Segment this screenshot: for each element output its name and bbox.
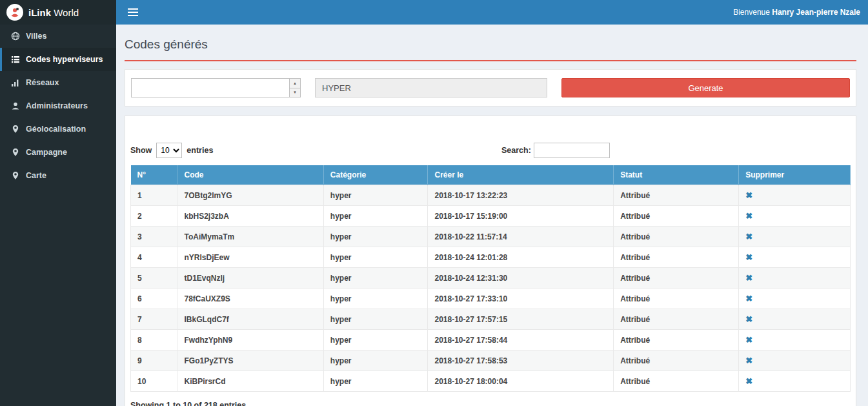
navbar: Bienvenue Hanry Jean-pierre Nzale (116, 0, 868, 25)
table-panel: Show 10 entries Search: N° Code Catég (125, 116, 856, 406)
sidebar-item-label: Géolocalisation (26, 125, 86, 134)
sidebar-item-label: Administrateurs (26, 101, 88, 110)
row-number: 5 (131, 268, 177, 289)
quantity-input[interactable] (132, 79, 289, 97)
main-content: Codes générés ▲ ▼ Generate Show 10 entri… (116, 25, 868, 406)
welcome-message: Bienvenue Hanry Jean-pierre Nzale (733, 8, 860, 17)
delete-cell: ✖ (739, 185, 851, 206)
sidebar-item-label: Réseaux (26, 78, 59, 87)
delete-icon[interactable]: ✖ (745, 211, 752, 221)
status-cell: Attribué (614, 247, 739, 268)
page-length-select[interactable]: 10 (156, 143, 182, 158)
sidebar-item-geolocalisation[interactable]: Géolocalisation (0, 117, 116, 141)
delete-icon[interactable]: ✖ (745, 376, 752, 386)
topbar: iLink World Bienvenue Hanry Jean-pierre … (0, 0, 868, 25)
table-row: 17OBtg2lmYGhyper2018-10-17 13:22:23Attri… (131, 185, 851, 206)
delete-cell: ✖ (739, 227, 851, 247)
generate-panel: ▲ ▼ Generate (125, 69, 856, 107)
category-cell: hyper (323, 289, 428, 309)
table-row: 7IBkGLqdC7fhyper2018-10-27 17:57:15Attri… (131, 309, 851, 330)
column-header-statut[interactable]: Statut (614, 165, 739, 185)
created-cell: 2018-10-17 15:19:00 (428, 206, 614, 227)
code-cell: kbHS2j3zbA (177, 206, 323, 227)
created-cell: 2018-10-22 11:57:14 (428, 227, 614, 247)
list-icon (11, 55, 20, 64)
signal-icon (11, 78, 20, 87)
sidebar: Villes Codes hyperviseurs Réseaux Admini… (0, 25, 116, 406)
brand-light: World (54, 7, 79, 18)
delete-cell: ✖ (739, 350, 851, 371)
map-marker-icon (11, 171, 20, 180)
title-divider (125, 60, 856, 61)
status-cell: Attribué (614, 309, 739, 330)
status-cell: Attribué (614, 289, 739, 309)
category-cell: hyper (323, 247, 428, 268)
generate-button[interactable]: Generate (561, 78, 850, 97)
column-header-supprimer[interactable]: Supprimer (739, 165, 851, 185)
row-number: 6 (131, 289, 177, 309)
delete-cell: ✖ (739, 289, 851, 309)
delete-cell: ✖ (739, 268, 851, 289)
code-cell: FGo1PyZTYS (177, 350, 323, 371)
delete-icon[interactable]: ✖ (745, 273, 752, 283)
sidebar-item-carte[interactable]: Carte (0, 164, 116, 187)
search-control: Search: (501, 143, 610, 158)
code-cell: IBkGLqdC7f (177, 309, 323, 330)
show-label: Show (130, 146, 152, 155)
delete-icon[interactable]: ✖ (745, 314, 752, 324)
row-number: 1 (131, 185, 177, 206)
row-number: 4 (131, 247, 177, 268)
delete-cell: ✖ (739, 206, 851, 227)
created-cell: 2018-10-24 12:31:30 (428, 268, 614, 289)
created-cell: 2018-10-27 17:33:10 (428, 289, 614, 309)
delete-icon[interactable]: ✖ (745, 335, 752, 345)
column-header-code[interactable]: Code (177, 165, 323, 185)
category-cell: hyper (323, 371, 428, 392)
delete-cell: ✖ (739, 371, 851, 392)
column-header-categorie[interactable]: Catégorie (323, 165, 428, 185)
category-field (315, 78, 547, 97)
page-length-control: Show 10 entries (130, 143, 213, 158)
row-number: 7 (131, 309, 177, 330)
datatable-controls: Show 10 entries Search: (130, 142, 851, 159)
status-cell: Attribué (614, 227, 739, 247)
column-header-num[interactable]: N° (131, 165, 177, 185)
category-cell: hyper (323, 268, 428, 289)
table-body: 17OBtg2lmYGhyper2018-10-17 13:22:23Attri… (131, 185, 851, 392)
row-number: 9 (131, 350, 177, 371)
entries-label: entries (187, 146, 213, 155)
sidebar-item-campagne[interactable]: Campagne (0, 141, 116, 164)
created-cell: 2018-10-27 17:57:15 (428, 309, 614, 330)
status-cell: Attribué (614, 268, 739, 289)
table-row: 10KiBPirsrCdhyper2018-10-27 18:00:04Attr… (131, 371, 851, 392)
stepper-down-icon[interactable]: ▼ (290, 88, 300, 97)
category-cell: hyper (323, 309, 428, 330)
table-row: 678fCaUXZ9Shyper2018-10-27 17:33:10Attri… (131, 289, 851, 309)
code-cell: tD1EvqNzlj (177, 268, 323, 289)
quantity-stepper[interactable]: ▲ ▼ (131, 78, 301, 97)
sidebar-item-label: Carte (26, 171, 46, 180)
category-cell: hyper (323, 227, 428, 247)
table-row: 9FGo1PyZTYShyper2018-10-27 17:58:53Attri… (131, 350, 851, 371)
sidebar-item-codes-hyperviseurs[interactable]: Codes hyperviseurs (0, 48, 116, 71)
delete-icon[interactable]: ✖ (745, 232, 752, 241)
delete-cell: ✖ (739, 247, 851, 268)
sidebar-toggle-icon[interactable] (125, 6, 141, 19)
delete-icon[interactable]: ✖ (745, 294, 752, 303)
delete-icon[interactable]: ✖ (745, 190, 752, 200)
delete-icon[interactable]: ✖ (745, 252, 752, 262)
delete-icon[interactable]: ✖ (745, 356, 752, 365)
table-row: 4nYRlsDjEewhyper2018-10-24 12:01:28Attri… (131, 247, 851, 268)
app-logo[interactable]: iLink World (0, 0, 116, 25)
sidebar-item-reseaux[interactable]: Réseaux (0, 71, 116, 94)
search-input[interactable] (534, 143, 610, 158)
column-header-creer-le[interactable]: Créer le (428, 165, 614, 185)
sidebar-item-administrateurs[interactable]: Administrateurs (0, 94, 116, 117)
sidebar-item-villes[interactable]: Villes (0, 25, 116, 48)
delete-cell: ✖ (739, 330, 851, 350)
brand-bold: iLink (28, 7, 51, 18)
stepper-up-icon[interactable]: ▲ (290, 79, 300, 88)
logo-icon (6, 4, 23, 21)
user-name[interactable]: Hanry Jean-pierre Nzale (772, 8, 860, 17)
created-cell: 2018-10-27 17:58:53 (428, 350, 614, 371)
